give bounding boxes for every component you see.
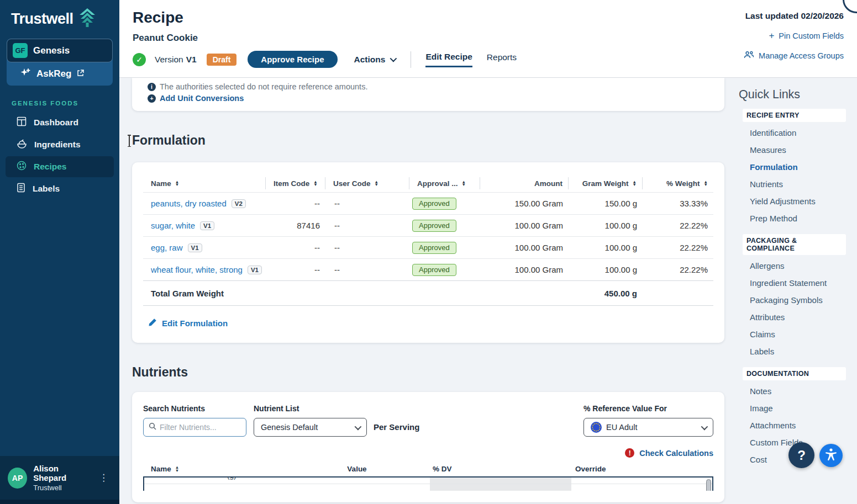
sidebar-item-ingredients[interactable]: Ingredients bbox=[6, 134, 114, 155]
total-gram-weight: 450.00 g bbox=[569, 289, 643, 298]
formulation-heading: Formulation bbox=[132, 133, 729, 148]
col-header-approval[interactable]: Approval ... ▲▼ bbox=[409, 177, 480, 189]
sort-icon[interactable]: ▲▼ bbox=[175, 181, 179, 187]
sort-icon[interactable]: ▲▼ bbox=[704, 181, 708, 187]
table-row: egg, raw V1 -- -- Approved 100.00 Gram 1… bbox=[143, 236, 713, 258]
pin-custom-fields-link[interactable]: + Pin Custom Fields bbox=[744, 31, 844, 40]
text-cursor bbox=[129, 135, 130, 147]
reference-value: EU Adult bbox=[606, 423, 637, 432]
sort-icon[interactable]: ▲▼ bbox=[375, 181, 378, 187]
product-switcher: GF Genesis AskReg bbox=[7, 39, 113, 86]
scrollbar-thumb[interactable] bbox=[706, 479, 711, 491]
accessibility-button[interactable] bbox=[819, 444, 843, 467]
nutrient-list-value: Genesis Default bbox=[261, 423, 318, 432]
ingredient-link[interactable]: peanuts, dry roasted bbox=[151, 199, 227, 208]
col-header-user-code[interactable]: User Code ▲▼ bbox=[325, 177, 409, 189]
sort-icon[interactable]: ▲▼ bbox=[313, 181, 317, 187]
sidebar-item-labels[interactable]: Labels bbox=[6, 178, 114, 199]
user-info: Alison Shepard Trustwell bbox=[33, 464, 90, 492]
col-header-name[interactable]: Name ▲▼ bbox=[143, 177, 266, 189]
add-unit-conversions-link[interactable]: + Add Unit Conversions bbox=[148, 94, 724, 103]
total-label: Total Gram Weight bbox=[143, 289, 266, 298]
quicklink-formulation[interactable]: Formulation bbox=[739, 158, 857, 176]
row-divider bbox=[144, 484, 712, 484]
sort-icon[interactable]: ▲▼ bbox=[462, 181, 466, 187]
reference-value-select[interactable]: EU Adult bbox=[583, 418, 713, 437]
tab-edit-recipe[interactable]: Edit Recipe bbox=[425, 52, 472, 67]
quicklink-attributes[interactable]: Attributes bbox=[739, 309, 857, 326]
help-button[interactable]: ? bbox=[788, 442, 814, 468]
approval-badge: Approved bbox=[412, 242, 456, 254]
user-profile[interactable]: AP Alison Shepard Trustwell ⋮ bbox=[0, 456, 119, 500]
quicklink-allergens[interactable]: Allergens bbox=[739, 257, 857, 274]
unit-conversions-card: i The authorities selected do not requir… bbox=[132, 78, 724, 111]
pct-weight-cell: 22.22% bbox=[643, 243, 713, 252]
quicklink-nutrients[interactable]: Nutrients bbox=[739, 176, 857, 193]
section-packaging-compliance: PACKAGING & COMPLIANCE bbox=[743, 234, 846, 255]
version-chip: V1 bbox=[248, 266, 262, 274]
chevron-down-icon bbox=[701, 423, 708, 430]
approve-recipe-button[interactable]: Approve Recipe bbox=[248, 51, 337, 68]
nutrient-list-select[interactable]: Genesis Default bbox=[254, 418, 367, 437]
col-header-pct-weight[interactable]: % Weight ▲▼ bbox=[643, 177, 713, 189]
quicklink-measures[interactable]: Measures bbox=[739, 141, 857, 158]
quicklink-ingredient-statement[interactable]: Ingredient Statement bbox=[739, 274, 857, 291]
main-column: i The authorities selected do not requir… bbox=[119, 78, 729, 504]
sidebar-item-recipes[interactable]: Recipes bbox=[6, 156, 114, 177]
sidebar-item-label: Dashboard bbox=[34, 118, 78, 128]
quicklink-labels[interactable]: Labels bbox=[739, 343, 857, 360]
chevron-down-icon bbox=[390, 55, 397, 62]
quicklink-attachments[interactable]: Attachments bbox=[739, 417, 857, 434]
quicklink-image[interactable]: Image bbox=[739, 400, 857, 417]
gf-badge: GF bbox=[13, 43, 28, 58]
dv-column-background bbox=[430, 478, 571, 491]
askreg-link[interactable]: AskReg bbox=[7, 62, 113, 86]
tab-reports[interactable]: Reports bbox=[487, 52, 517, 66]
pct-weight-cell: 22.22% bbox=[643, 265, 713, 274]
ingredient-link[interactable]: egg, raw bbox=[151, 243, 183, 252]
quicklink-identification[interactable]: Identification bbox=[739, 124, 857, 141]
nutrients-card: Search Nutrients Nutrient List bbox=[132, 392, 724, 502]
kebab-menu-icon[interactable]: ⋮ bbox=[96, 470, 112, 486]
main-area: Recipe Peanut Cookie ✓ Version V1 Draft … bbox=[119, 0, 857, 504]
chevron-down-icon bbox=[355, 423, 362, 430]
pin-custom-fields-label: Pin Custom Fields bbox=[779, 31, 844, 40]
people-icon bbox=[744, 51, 754, 61]
sort-icon[interactable]: ▲▼ bbox=[633, 181, 637, 187]
check-calculations-link[interactable]: ! Check Calculations bbox=[143, 448, 713, 458]
table-row: peanuts, dry roasted V2 -- -- Approved 1… bbox=[143, 192, 713, 214]
version-chip: V1 bbox=[188, 243, 202, 252]
col-header-gram-weight[interactable]: Gram Weight ▲▼ bbox=[569, 177, 643, 189]
ingredient-link[interactable]: sugar, white bbox=[151, 221, 195, 230]
check-circle-icon: ✓ bbox=[133, 53, 146, 66]
quicklink-packaging-symbols[interactable]: Packaging Symbols bbox=[739, 291, 857, 309]
ingredient-link[interactable]: wheat flour, white, strong bbox=[151, 265, 243, 274]
edit-formulation-link[interactable]: Edit Formulation bbox=[143, 318, 713, 328]
brand-logo-text: Trustwell bbox=[11, 10, 73, 28]
amount-cell: 100.00 Gram bbox=[480, 221, 569, 230]
quicklink-claims[interactable]: Claims bbox=[739, 326, 857, 343]
last-updated: Last updated 02/20/2026 bbox=[744, 11, 844, 21]
product-genesis[interactable]: GF Genesis bbox=[7, 39, 113, 62]
amount-cell: 100.00 Gram bbox=[480, 265, 569, 274]
search-nutrients-input[interactable] bbox=[160, 423, 241, 432]
approval-badge: Approved bbox=[412, 220, 456, 232]
col-header-nutrient-name[interactable]: Name ▲▼ bbox=[143, 465, 288, 473]
sidebar-item-dashboard[interactable]: Dashboard bbox=[6, 112, 114, 133]
partial-nutrient-row: (g) bbox=[227, 476, 236, 481]
manage-access-groups-link[interactable]: Manage Access Groups bbox=[744, 51, 844, 61]
col-header-item-code[interactable]: Item Code ▲▼ bbox=[266, 177, 325, 189]
warning-icon: ! bbox=[625, 448, 634, 458]
item-code-cell: 87416 bbox=[266, 221, 325, 230]
version-label: Version bbox=[155, 55, 183, 65]
quicklink-yield-adjustments[interactable]: Yield Adjustments bbox=[739, 193, 857, 210]
nutrients-table-scroll-area[interactable]: (g) bbox=[143, 476, 713, 491]
version-row: ✓ Version V1 Draft Approve Recipe Action… bbox=[133, 51, 844, 68]
quicklink-prep-method[interactable]: Prep Method bbox=[739, 210, 857, 227]
sort-icon[interactable]: ▲▼ bbox=[175, 466, 179, 472]
actions-dropdown[interactable]: Actions bbox=[354, 55, 396, 65]
brand-logo[interactable]: Trustwell bbox=[0, 0, 119, 30]
manage-access-groups-label: Manage Access Groups bbox=[759, 51, 844, 60]
accessibility-icon bbox=[824, 447, 838, 464]
quicklink-notes[interactable]: Notes bbox=[739, 383, 857, 400]
